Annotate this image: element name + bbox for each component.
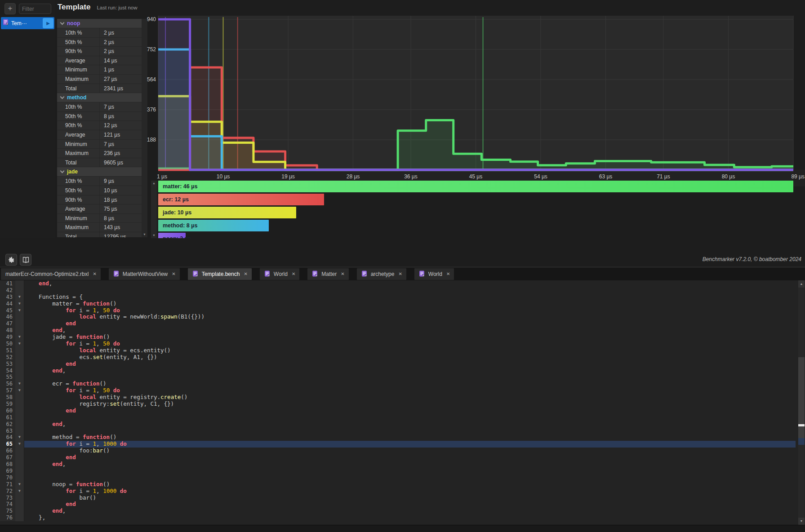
chevron-down-icon <box>60 95 65 99</box>
code-text[interactable]: matter = function() <box>24 301 796 307</box>
editor-vertical-scrollbar[interactable]: ▲ ▼ <box>796 280 805 525</box>
code-text[interactable]: method = function() <box>24 434 796 441</box>
stat-row: 50th %8 µs <box>57 112 142 121</box>
add-benchmark-button[interactable]: + <box>4 3 16 14</box>
tab-World[interactable]: World✕ <box>260 268 300 280</box>
code-text[interactable]: bar() <box>24 495 796 501</box>
stat-row: Average75 µs <box>57 204 142 214</box>
line-number: 54 <box>0 368 15 374</box>
script-icon <box>419 270 425 277</box>
tab-close-icon[interactable]: ✕ <box>446 271 450 276</box>
fold-arrow-icon[interactable]: ▼ <box>15 294 24 301</box>
code-text[interactable]: end <box>24 454 796 461</box>
code-text[interactable]: end, <box>24 508 796 514</box>
fold-arrow-icon[interactable]: ▼ <box>15 307 24 314</box>
fold-arrow-icon[interactable]: ▼ <box>15 434 24 441</box>
tab-close-icon[interactable]: ✕ <box>244 271 247 276</box>
fold-arrow-icon[interactable]: ▼ <box>15 334 24 341</box>
scroll-down-icon[interactable]: ▼ <box>151 233 157 238</box>
line-number: 45 <box>0 307 15 314</box>
code-text[interactable]: for i = 1, 50 do <box>24 387 796 394</box>
code-text[interactable]: local entity = registry.create() <box>24 394 796 401</box>
tab-Matter[interactable]: Matter✕ <box>307 268 348 280</box>
run-benchmark-button[interactable]: ▶ <box>43 18 53 28</box>
scroll-up-icon[interactable]: ▲ <box>798 280 805 288</box>
stats-section-header-jade[interactable]: jade <box>57 167 142 177</box>
line-number: 68 <box>0 461 15 468</box>
code-text[interactable]: Functions = { <box>24 294 796 301</box>
editor-horizontal-scrollbar[interactable] <box>0 525 805 532</box>
code-text[interactable]: end <box>24 501 796 508</box>
scroll-up-icon[interactable]: ▲ <box>151 181 157 186</box>
code-text[interactable]: for i = 1, 50 do <box>24 341 796 347</box>
code-text[interactable] <box>24 474 796 481</box>
code-text[interactable] <box>24 428 796 434</box>
code-text[interactable]: for i = 1, 1000 do <box>24 441 796 448</box>
tab-close-icon[interactable]: ✕ <box>292 271 295 276</box>
tab-matterEcr-Common-Optimize2.rbxl[interactable]: matterEcr-Common-Optimize2.rbxl✕ <box>1 268 101 280</box>
fold-arrow-icon[interactable]: ▼ <box>15 441 24 448</box>
gear-icon <box>8 256 15 264</box>
code-text[interactable]: local entity = ecs.entity() <box>24 347 796 354</box>
stat-label: 50th % <box>57 38 100 47</box>
fold-arrow-icon[interactable]: ▼ <box>15 481 24 488</box>
code-text[interactable]: end, <box>24 421 796 428</box>
code-line-64: 64▼ method = function() <box>0 434 796 441</box>
code-text[interactable]: end <box>24 361 796 368</box>
code-editor[interactable]: 41 end,4243▼ Functions = {44▼ matter = f… <box>0 280 796 525</box>
fold-arrow-icon[interactable]: ▼ <box>15 301 24 307</box>
fold-arrow-icon[interactable]: ▼ <box>15 488 24 495</box>
fold-arrow-icon[interactable]: ▼ <box>15 387 24 394</box>
code-text[interactable]: noop = function() <box>24 481 796 488</box>
code-text[interactable]: foo:bar() <box>24 448 796 454</box>
tab-close-icon[interactable]: ✕ <box>93 271 96 276</box>
tab-Template.bench[interactable]: Template.bench✕ <box>188 268 252 280</box>
code-text[interactable] <box>24 414 796 421</box>
tab-archetype[interactable]: archetype✕ <box>357 268 406 280</box>
line-number: 55 <box>0 374 15 381</box>
code-text[interactable]: jade = function() <box>24 334 796 341</box>
code-text[interactable]: ecr = function() <box>24 381 796 387</box>
tab-close-icon[interactable]: ✕ <box>341 271 344 276</box>
fold-arrow-icon[interactable]: ▼ <box>15 341 24 347</box>
fold-gutter <box>15 461 24 468</box>
code-line-43: 43▼ Functions = { <box>0 294 796 301</box>
code-text[interactable]: for i = 1, 50 do <box>24 307 796 314</box>
code-text[interactable]: end <box>24 320 796 327</box>
stats-section-header-method[interactable]: method <box>57 93 142 102</box>
tab-close-icon[interactable]: ✕ <box>398 271 402 276</box>
code-text[interactable] <box>24 468 796 474</box>
tab-MatterWithoutView[interactable]: MatterWithoutView✕ <box>109 268 180 280</box>
script-icon <box>113 270 120 277</box>
code-text[interactable]: for i = 1, 1000 do <box>24 488 796 495</box>
scroll-down-icon[interactable]: ▼ <box>142 232 147 237</box>
filter-input[interactable] <box>19 4 51 14</box>
code-text[interactable]: end, <box>24 327 796 334</box>
code-text[interactable]: }, <box>24 514 796 521</box>
fold-arrow-icon[interactable]: ▼ <box>15 381 24 387</box>
code-text[interactable]: end, <box>24 280 796 287</box>
code-text[interactable]: ecs.set(entity, A1, {}) <box>24 354 796 361</box>
legend-scrollbar[interactable]: ▲ ▼ <box>151 181 157 238</box>
line-number: 63 <box>0 428 15 434</box>
tab-World[interactable]: World✕ <box>414 268 454 280</box>
scroll-down-icon[interactable]: ▼ <box>798 518 805 525</box>
benchmark-list-item-template[interactable]: Tem··· ▶ <box>1 17 54 29</box>
code-text[interactable] <box>24 374 796 381</box>
stat-row: Minimum7 µs <box>57 140 142 149</box>
code-text[interactable]: end <box>24 408 796 414</box>
settings-button[interactable] <box>5 254 17 266</box>
code-text[interactable]: registry:set(entity, C1, {}) <box>24 401 796 408</box>
stat-value: 2 µs <box>100 38 142 47</box>
benchmark-item-label: Tem··· <box>11 20 43 27</box>
tab-close-icon[interactable]: ✕ <box>172 271 175 276</box>
docs-button[interactable] <box>20 254 31 266</box>
code-text[interactable] <box>24 287 796 294</box>
script-icon <box>361 270 368 277</box>
book-icon <box>22 257 30 263</box>
stat-value: 9 µs <box>100 177 142 186</box>
code-text[interactable]: end, <box>24 461 796 468</box>
code-text[interactable]: end, <box>24 368 796 374</box>
code-text[interactable]: local entity = newWorld:spawn(B1({})) <box>24 314 796 320</box>
stats-section-header-noop[interactable]: noop <box>57 19 142 28</box>
